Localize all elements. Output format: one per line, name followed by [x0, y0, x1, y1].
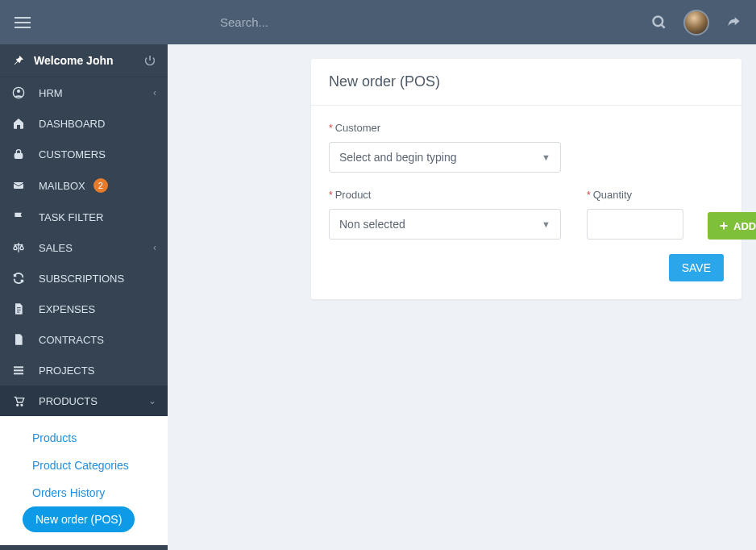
plus-icon — [719, 221, 729, 231]
sidebar-item-label: PRODUCTS — [39, 395, 98, 407]
sidebar-item-label: TASK FILTER — [39, 211, 103, 223]
subnav-products[interactable]: Products — [0, 424, 168, 452]
product-select[interactable]: Non selected ▼ — [329, 209, 561, 240]
pin-icon — [11, 54, 26, 67]
quantity-input[interactable] — [587, 209, 683, 240]
svg-line-1 — [662, 24, 665, 27]
refresh-icon — [11, 272, 26, 285]
caret-down-icon: ▼ — [542, 219, 550, 229]
sidebar-item-task-filter[interactable]: TASK FILTER — [0, 202, 168, 232]
svg-point-10 — [21, 404, 23, 406]
page-title: New order (POS) — [311, 59, 741, 106]
search-icon[interactable] — [651, 15, 667, 31]
sidebar-item-label: SALES — [39, 242, 73, 254]
home-icon — [11, 117, 26, 130]
chevron-down-icon: ⌄ — [148, 395, 156, 406]
sidebar-item-projects[interactable]: PROJECTS — [0, 355, 168, 385]
sidebar-item-label: SUBSCRIPTIONS — [39, 273, 124, 285]
mailbox-badge: 2 — [93, 178, 108, 193]
svg-rect-6 — [14, 366, 23, 368]
user-circle-icon — [11, 86, 26, 99]
quantity-label: *Quantity — [587, 189, 683, 201]
search-wrap — [31, 15, 651, 29]
subnav-product-categories[interactable]: Product Categories — [0, 452, 168, 479]
subnav-orders-history[interactable]: Orders History — [0, 479, 168, 506]
sidebar-item-customers[interactable]: CUSTOMERS — [0, 139, 168, 169]
sidebar-item-products[interactable]: PRODUCTS ⌄ — [0, 385, 168, 416]
list-icon — [11, 364, 26, 377]
chevron-left-icon: ‹ — [153, 242, 156, 253]
search-input[interactable] — [220, 15, 462, 29]
welcome-text: Welcome John — [34, 54, 114, 67]
sidebar-item-expenses[interactable]: EXPENSES — [0, 294, 168, 324]
sidebar-item-label: EXPENSES — [39, 303, 95, 315]
sidebar: Welcome John HRM ‹ DASHBOARD CUSTOMERS — [0, 44, 168, 550]
sidebar-item-label: MAILBOX — [39, 180, 85, 192]
sidebar-item-hrm[interactable]: HRM ‹ — [0, 77, 168, 108]
file-icon — [11, 333, 26, 346]
svg-rect-12 — [721, 225, 728, 227]
menu-toggle-button[interactable] — [15, 17, 31, 28]
sidebar-item-label: CONTRACTS — [39, 334, 104, 346]
save-button[interactable]: SAVE — [669, 254, 724, 281]
required-mark: * — [587, 190, 591, 201]
sidebar-item-label: DASHBOARD — [39, 118, 105, 130]
flag-icon — [11, 210, 26, 223]
svg-rect-7 — [14, 369, 23, 371]
chevron-left-icon: ‹ — [153, 87, 156, 98]
svg-rect-5 — [14, 182, 23, 189]
card-new-order: New order (POS) *Customer Select and beg… — [311, 59, 741, 299]
product-selected-value: Non selected — [339, 218, 405, 231]
subnav-new-order-pos[interactable]: New order (POS) — [23, 506, 135, 532]
share-icon[interactable] — [725, 15, 741, 31]
svg-rect-4 — [15, 153, 22, 158]
scales-icon — [11, 241, 26, 254]
sidebar-item-label: PROJECTS — [39, 365, 94, 377]
required-mark: * — [329, 123, 333, 134]
product-label: *Product — [329, 189, 561, 201]
products-subnav: Products Product Categories Orders Histo… — [0, 416, 168, 545]
caret-down-icon: ▼ — [542, 152, 550, 162]
sidebar-item-sales[interactable]: SALES ‹ — [0, 232, 168, 263]
customer-selected-value: Select and begin typing — [339, 151, 457, 164]
avatar[interactable] — [683, 10, 709, 35]
sidebar-item-contracts[interactable]: CONTRACTS — [0, 324, 168, 355]
sidebar-item-mailbox[interactable]: MAILBOX 2 — [0, 169, 168, 202]
main-content: New order (POS) *Customer Select and beg… — [168, 44, 756, 550]
required-mark: * — [329, 190, 333, 201]
svg-point-3 — [17, 90, 20, 93]
cart-icon — [11, 394, 26, 407]
svg-point-9 — [17, 404, 19, 406]
customer-select[interactable]: Select and begin typing ▼ — [329, 142, 561, 173]
mail-icon — [11, 179, 26, 192]
sidebar-item-dashboard[interactable]: DASHBOARD — [0, 108, 168, 139]
svg-rect-8 — [14, 373, 23, 374]
sidebar-item-subscriptions[interactable]: SUBSCRIPTIONS — [0, 263, 168, 294]
sidebar-item-label: HRM — [39, 87, 63, 99]
add-button[interactable]: ADD — [708, 212, 756, 240]
document-icon — [11, 302, 26, 315]
customer-label: *Customer — [329, 122, 724, 134]
svg-point-0 — [654, 16, 663, 26]
lock-icon — [11, 148, 26, 160]
power-icon[interactable] — [143, 54, 156, 67]
sidebar-item-label: CUSTOMERS — [39, 148, 106, 160]
